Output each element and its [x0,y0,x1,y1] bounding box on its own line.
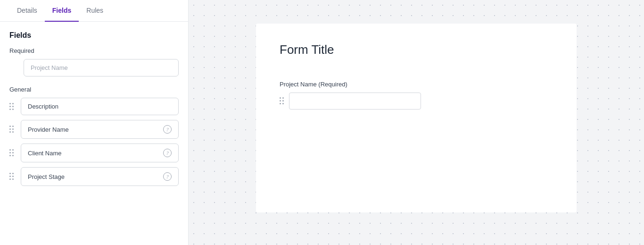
list-item: Provider Name ? [9,120,179,139]
project-stage-field-label: Project Stage [28,173,65,180]
project-name-input[interactable] [24,59,179,76]
list-item: Description [9,98,179,115]
fields-content: Fields Required General Description [0,22,188,245]
form-field-section: Project Name (Required) [280,81,553,110]
help-icon-project-stage[interactable]: ? [163,172,172,181]
general-fields-list: Description Provider Name ? [9,98,179,186]
help-icon-provider[interactable]: ? [163,125,172,134]
tabs-bar: Details Fields Rules [0,0,188,22]
fields-heading: Fields [9,31,179,40]
right-panel: Form Title Project Name (Required) [189,0,644,245]
drag-handle-client-name[interactable] [9,149,17,157]
client-name-field-box[interactable]: Client Name ? [21,144,179,162]
form-field-label: Project Name (Required) [280,81,553,88]
form-field-row [280,93,553,110]
tab-fields[interactable]: Fields [45,0,79,22]
required-section-label: Required [9,47,179,54]
project-stage-field-box[interactable]: Project Stage ? [21,167,179,186]
list-item: Project Stage ? [9,167,179,186]
description-field-label: Description [28,103,58,110]
tab-rules[interactable]: Rules [79,0,111,22]
form-drag-handle[interactable] [280,97,284,105]
form-name-input[interactable] [289,93,421,110]
form-canvas: Form Title Project Name (Required) [256,24,577,212]
help-icon-client[interactable]: ? [163,149,172,157]
left-panel: Details Fields Rules Fields Required Gen… [0,0,189,245]
general-section-label: General [9,86,179,93]
client-name-field-label: Client Name [28,150,62,157]
provider-name-field-box[interactable]: Provider Name ? [21,120,179,139]
form-title: Form Title [280,42,553,57]
drag-handle-provider-name[interactable] [9,126,17,133]
tab-details[interactable]: Details [9,0,45,22]
drag-handle-project-stage[interactable] [9,173,17,180]
description-field-box[interactable]: Description [21,98,179,115]
list-item: Client Name ? [9,144,179,162]
required-field-area [24,59,179,76]
drag-handle-description[interactable] [9,103,17,110]
provider-name-field-label: Provider Name [28,126,69,133]
